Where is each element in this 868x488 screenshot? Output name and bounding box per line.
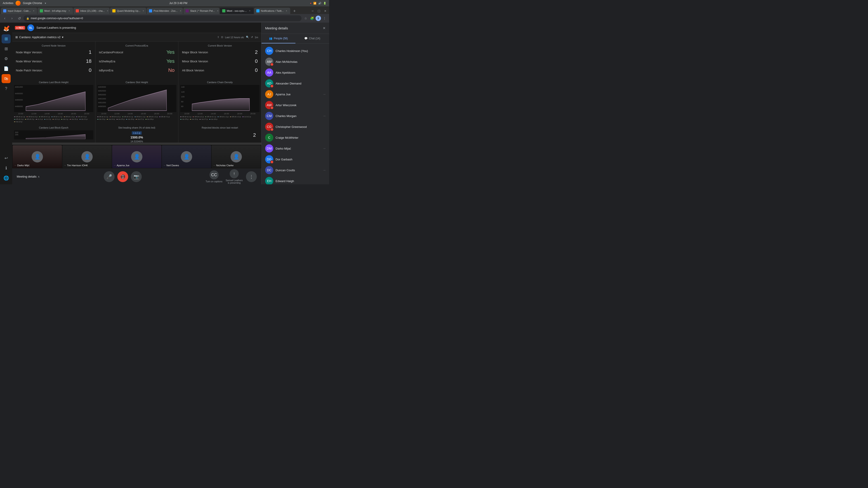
- name-artur-wieczorek: Artur Wieczorek: [276, 103, 326, 107]
- metric-row-byron: isByronEra No: [99, 67, 175, 73]
- back-button[interactable]: ‹: [2, 15, 8, 21]
- dashboard-grid-icon: ⊞: [16, 35, 18, 39]
- person-aparna-jue[interactable]: AJ Aparna Jue ···: [261, 89, 329, 100]
- presenting-icon: ↑: [230, 169, 239, 178]
- chart-1-legend: bft-dr-a-1-p bft-dr-a-2-p bft-dr-b-1-p b…: [14, 116, 93, 123]
- close-button[interactable]: ×: [322, 8, 328, 14]
- person-edward-haigh[interactable]: EH Edward Haigh: [261, 175, 329, 184]
- person-charles-hoskinson[interactable]: CH Charles Hoskinson (You): [261, 45, 329, 56]
- main-layout: 🦊 ⊞ ⊞ ⚙ 📄 🛍 ? ↩ ℹ 🌐 ● REC SL Samuel Leat…: [0, 23, 329, 184]
- menu-button[interactable]: ⋮: [322, 15, 327, 21]
- svg-marker-1: [108, 90, 166, 111]
- tab-5[interactable]: Post Attendee - Zoo... ×: [147, 8, 183, 14]
- panel-close-button[interactable]: ×: [323, 26, 326, 31]
- video-tile-aparna[interactable]: 👤 ··· Aparna Jue: [112, 145, 161, 168]
- svg-marker-0: [26, 92, 86, 111]
- tab-6[interactable]: Slack | * Romain Pel... ×: [183, 8, 219, 14]
- tim-dots: ···: [64, 164, 66, 167]
- chart-3-legend: bft-dr-a-1-p bft-dr-a-2-p bft-dr-b-1-p b…: [180, 116, 259, 120]
- captions-control[interactable]: CC Turn on captions: [206, 170, 222, 183]
- major-block-value: 2: [255, 49, 258, 55]
- person-darko-mijac[interactable]: DM Darko Mijać ···: [261, 143, 329, 154]
- sidebar-icon-chrome[interactable]: 🌐: [2, 173, 11, 183]
- tab-2[interactable]: Meet - tnf-wfqp-msy ×: [37, 8, 73, 14]
- tab-2-close[interactable]: ×: [68, 9, 71, 12]
- activities-label[interactable]: Activities: [3, 2, 13, 5]
- minimize-button[interactable]: −: [310, 8, 315, 14]
- dashboard-tv-icon[interactable]: ⊡: [221, 36, 223, 39]
- video-tile-nicholas[interactable]: 👤 ··· Nicholas Clarke: [212, 145, 261, 168]
- person-alex-apeldoorn[interactable]: AA Alex Apeldoorn: [261, 67, 329, 78]
- tab-chat[interactable]: 💬 Chat (14): [296, 34, 329, 43]
- video-tile-darko[interactable]: 👤 ··· Darko Mijić: [13, 145, 62, 168]
- avatar-alex-apeldoorn: AA: [265, 68, 273, 76]
- charles-morgan-status-dots: ···: [323, 115, 326, 117]
- browser-dropdown-icon[interactable]: ▼: [44, 2, 46, 4]
- tab-1[interactable]: Input Output - Cale... ×: [1, 8, 37, 14]
- sidebar-icon-home[interactable]: ⊞: [2, 34, 11, 43]
- more-button[interactable]: ⋮: [246, 171, 257, 182]
- reload-button[interactable]: ↺: [16, 15, 22, 21]
- dashboard-right: ⇪ ⊡ Last 12 hours utc 🔍 ↺ 1m: [217, 36, 258, 39]
- video-strip: 👤 ··· Darko Mijić 👤 ···: [12, 145, 261, 168]
- dashboard-refresh-icon[interactable]: ↺: [251, 36, 253, 39]
- dashboard-dropdown-icon[interactable]: ▾: [62, 35, 64, 39]
- sidebar-icon-bag[interactable]: 🛍: [2, 74, 11, 83]
- end-call-button[interactable]: 📵: [117, 171, 128, 182]
- presenting-control[interactable]: ↑ Samuel Leathers is presenting: [225, 169, 243, 184]
- tab-3-close[interactable]: ×: [106, 9, 109, 12]
- node-version-header: Current Node Version: [16, 44, 92, 47]
- chart-1-area: 4491000 4490000 4489000 4488000: [14, 85, 93, 112]
- sidebar-icon-doc[interactable]: 📄: [2, 64, 11, 73]
- person-duncan-coutts[interactable]: DC Duncan Coutts ···: [261, 165, 329, 175]
- tab-1-close[interactable]: ×: [32, 9, 35, 12]
- people-tab-label: People (58): [274, 37, 288, 40]
- tab-3[interactable]: Inbox (21,108) - cha... ×: [73, 8, 110, 14]
- block-version-section: Current Block Version Major Block Versio…: [178, 41, 261, 79]
- dashboard-search-icon[interactable]: 🔍: [246, 36, 249, 39]
- sidebar-icon-exit[interactable]: ↩: [2, 154, 11, 163]
- person-dor-garbash[interactable]: DG Dor Garbash: [261, 154, 329, 165]
- sidebar-icon-info[interactable]: ℹ: [2, 164, 11, 173]
- person-charles-morgan[interactable]: CM Charles Morgan ···: [261, 110, 329, 121]
- sidebar-icon-settings[interactable]: ⚙: [2, 54, 11, 63]
- new-tab-button[interactable]: +: [291, 8, 298, 14]
- person-artur-wieczorek[interactable]: AW Artur Wieczorek: [261, 100, 329, 110]
- forward-button[interactable]: ›: [9, 15, 15, 21]
- name-dor-garbash: Dor Garbash: [276, 158, 326, 161]
- maximize-button[interactable]: □: [316, 8, 322, 14]
- bookmark-icon[interactable]: ☆: [303, 15, 308, 21]
- badge-artur: [270, 106, 274, 109]
- person-alexander-diemand[interactable]: AD Alexander Diemand: [261, 78, 329, 89]
- extensions-icon[interactable]: 🧩: [309, 15, 315, 21]
- person-alan-mcnicholas[interactable]: AM Alan McNicholas: [261, 56, 329, 67]
- address-bar[interactable]: 🔒 meet.google.com/xxo-oytu-exa?authuser=…: [24, 15, 302, 21]
- dashboard-share-icon[interactable]: ⇪: [217, 36, 219, 39]
- chat-icon: 💬: [304, 37, 308, 40]
- tab-8[interactable]: Notifications / Twitt... ×: [254, 8, 290, 14]
- camera-button[interactable]: 📷: [131, 171, 142, 182]
- video-tile-neil[interactable]: 👤 ··· Neil Davies: [162, 145, 211, 168]
- chart-rejected-blocks: Rejected blocks since last restart 2: [178, 125, 261, 142]
- avatar-dor-garbash: DG: [265, 155, 273, 163]
- mic-button[interactable]: 🎤: [104, 171, 115, 182]
- tab-7-close[interactable]: ×: [248, 9, 251, 12]
- tab-8-close[interactable]: ×: [285, 9, 288, 12]
- person-christopher-greenwood[interactable]: CG Christopher Greenwood: [261, 121, 329, 132]
- sidebar-icon-help[interactable]: ?: [2, 84, 11, 93]
- chart-5-value: 1500.0%: [130, 135, 143, 139]
- meeting-details-chevron[interactable]: ∧: [38, 175, 40, 178]
- tab-6-close[interactable]: ×: [216, 9, 219, 12]
- video-tile-tim[interactable]: 👤 ··· Tim Harrison IOHK: [62, 145, 112, 168]
- block-version-header: Current Block Version: [182, 44, 258, 47]
- sidebar-icon-grid[interactable]: ⊞: [2, 44, 11, 53]
- person-craige-mcwhirter[interactable]: C Craige McWhirter: [261, 132, 329, 143]
- metric-row-major: Node Major Version: 1: [16, 49, 92, 55]
- profile-avatar[interactable]: S: [315, 15, 321, 21]
- tab-people[interactable]: 👥 People (58): [261, 34, 296, 43]
- tab-7[interactable]: Meet - xxo-oytu-... ×: [220, 8, 254, 14]
- tab-4[interactable]: Quant Modeling Up... ×: [110, 8, 146, 14]
- tab-5-close[interactable]: ×: [179, 9, 182, 12]
- sidebar-icon-firefox[interactable]: 🦊: [2, 24, 11, 33]
- tab-4-close[interactable]: ×: [142, 9, 145, 12]
